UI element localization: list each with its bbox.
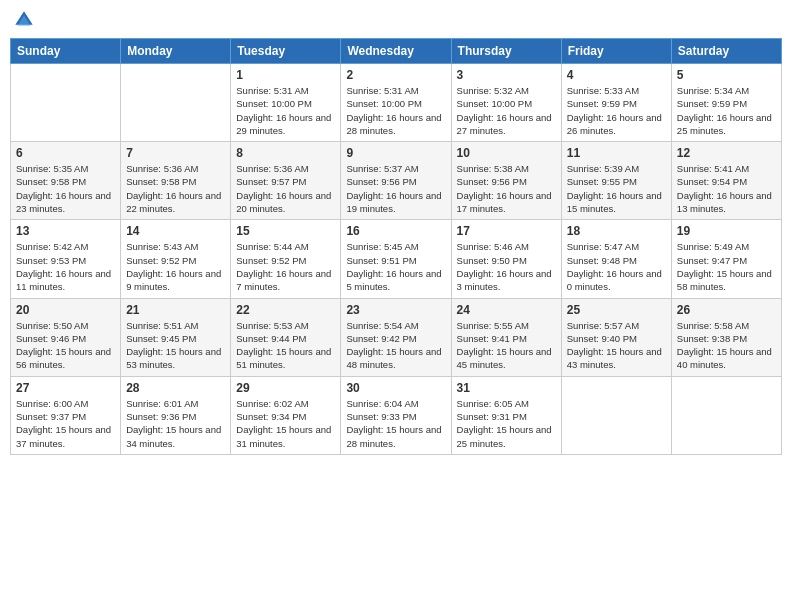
day-content: Sunrise: 5:51 AM Sunset: 9:45 PM Dayligh… (126, 319, 225, 372)
logo (14, 10, 36, 30)
calendar-cell: 16Sunrise: 5:45 AM Sunset: 9:51 PM Dayli… (341, 220, 451, 298)
calendar-cell: 26Sunrise: 5:58 AM Sunset: 9:38 PM Dayli… (671, 298, 781, 376)
day-content: Sunrise: 5:41 AM Sunset: 9:54 PM Dayligh… (677, 162, 776, 215)
day-content: Sunrise: 5:35 AM Sunset: 9:58 PM Dayligh… (16, 162, 115, 215)
weekday-header-row: SundayMondayTuesdayWednesdayThursdayFrid… (11, 39, 782, 64)
day-content: Sunrise: 5:31 AM Sunset: 10:00 PM Daylig… (236, 84, 335, 137)
weekday-header-thursday: Thursday (451, 39, 561, 64)
calendar-cell: 4Sunrise: 5:33 AM Sunset: 9:59 PM Daylig… (561, 64, 671, 142)
day-number: 29 (236, 381, 335, 395)
calendar-cell: 30Sunrise: 6:04 AM Sunset: 9:33 PM Dayli… (341, 376, 451, 454)
day-number: 13 (16, 224, 115, 238)
day-content: Sunrise: 5:55 AM Sunset: 9:41 PM Dayligh… (457, 319, 556, 372)
calendar-cell: 19Sunrise: 5:49 AM Sunset: 9:47 PM Dayli… (671, 220, 781, 298)
calendar-cell: 12Sunrise: 5:41 AM Sunset: 9:54 PM Dayli… (671, 142, 781, 220)
day-content: Sunrise: 5:58 AM Sunset: 9:38 PM Dayligh… (677, 319, 776, 372)
calendar-cell (121, 64, 231, 142)
day-number: 20 (16, 303, 115, 317)
day-number: 27 (16, 381, 115, 395)
day-number: 15 (236, 224, 335, 238)
week-row-4: 20Sunrise: 5:50 AM Sunset: 9:46 PM Dayli… (11, 298, 782, 376)
calendar: SundayMondayTuesdayWednesdayThursdayFrid… (10, 38, 782, 455)
day-number: 31 (457, 381, 556, 395)
day-number: 1 (236, 68, 335, 82)
calendar-cell: 24Sunrise: 5:55 AM Sunset: 9:41 PM Dayli… (451, 298, 561, 376)
calendar-cell (561, 376, 671, 454)
calendar-cell (671, 376, 781, 454)
day-content: Sunrise: 5:38 AM Sunset: 9:56 PM Dayligh… (457, 162, 556, 215)
day-content: Sunrise: 6:00 AM Sunset: 9:37 PM Dayligh… (16, 397, 115, 450)
calendar-cell: 27Sunrise: 6:00 AM Sunset: 9:37 PM Dayli… (11, 376, 121, 454)
day-content: Sunrise: 5:33 AM Sunset: 9:59 PM Dayligh… (567, 84, 666, 137)
calendar-cell: 28Sunrise: 6:01 AM Sunset: 9:36 PM Dayli… (121, 376, 231, 454)
day-number: 18 (567, 224, 666, 238)
weekday-header-friday: Friday (561, 39, 671, 64)
calendar-cell: 15Sunrise: 5:44 AM Sunset: 9:52 PM Dayli… (231, 220, 341, 298)
day-content: Sunrise: 6:05 AM Sunset: 9:31 PM Dayligh… (457, 397, 556, 450)
calendar-cell: 9Sunrise: 5:37 AM Sunset: 9:56 PM Daylig… (341, 142, 451, 220)
calendar-cell: 20Sunrise: 5:50 AM Sunset: 9:46 PM Dayli… (11, 298, 121, 376)
calendar-cell: 8Sunrise: 5:36 AM Sunset: 9:57 PM Daylig… (231, 142, 341, 220)
day-number: 10 (457, 146, 556, 160)
week-row-2: 6Sunrise: 5:35 AM Sunset: 9:58 PM Daylig… (11, 142, 782, 220)
calendar-cell: 13Sunrise: 5:42 AM Sunset: 9:53 PM Dayli… (11, 220, 121, 298)
calendar-cell: 14Sunrise: 5:43 AM Sunset: 9:52 PM Dayli… (121, 220, 231, 298)
calendar-cell: 11Sunrise: 5:39 AM Sunset: 9:55 PM Dayli… (561, 142, 671, 220)
day-content: Sunrise: 5:50 AM Sunset: 9:46 PM Dayligh… (16, 319, 115, 372)
week-row-5: 27Sunrise: 6:00 AM Sunset: 9:37 PM Dayli… (11, 376, 782, 454)
day-content: Sunrise: 6:02 AM Sunset: 9:34 PM Dayligh… (236, 397, 335, 450)
day-number: 21 (126, 303, 225, 317)
calendar-cell: 18Sunrise: 5:47 AM Sunset: 9:48 PM Dayli… (561, 220, 671, 298)
calendar-cell: 21Sunrise: 5:51 AM Sunset: 9:45 PM Dayli… (121, 298, 231, 376)
calendar-cell: 25Sunrise: 5:57 AM Sunset: 9:40 PM Dayli… (561, 298, 671, 376)
day-content: Sunrise: 6:01 AM Sunset: 9:36 PM Dayligh… (126, 397, 225, 450)
day-number: 7 (126, 146, 225, 160)
day-content: Sunrise: 5:34 AM Sunset: 9:59 PM Dayligh… (677, 84, 776, 137)
calendar-cell (11, 64, 121, 142)
calendar-cell: 17Sunrise: 5:46 AM Sunset: 9:50 PM Dayli… (451, 220, 561, 298)
calendar-cell: 5Sunrise: 5:34 AM Sunset: 9:59 PM Daylig… (671, 64, 781, 142)
day-content: Sunrise: 6:04 AM Sunset: 9:33 PM Dayligh… (346, 397, 445, 450)
weekday-header-tuesday: Tuesday (231, 39, 341, 64)
day-content: Sunrise: 5:57 AM Sunset: 9:40 PM Dayligh… (567, 319, 666, 372)
calendar-cell: 3Sunrise: 5:32 AM Sunset: 10:00 PM Dayli… (451, 64, 561, 142)
day-number: 2 (346, 68, 445, 82)
day-number: 30 (346, 381, 445, 395)
day-number: 9 (346, 146, 445, 160)
day-number: 17 (457, 224, 556, 238)
weekday-header-sunday: Sunday (11, 39, 121, 64)
day-number: 16 (346, 224, 445, 238)
calendar-cell: 1Sunrise: 5:31 AM Sunset: 10:00 PM Dayli… (231, 64, 341, 142)
logo-icon (14, 10, 34, 30)
weekday-header-wednesday: Wednesday (341, 39, 451, 64)
day-content: Sunrise: 5:45 AM Sunset: 9:51 PM Dayligh… (346, 240, 445, 293)
day-number: 28 (126, 381, 225, 395)
day-number: 24 (457, 303, 556, 317)
day-number: 14 (126, 224, 225, 238)
day-content: Sunrise: 5:36 AM Sunset: 9:58 PM Dayligh… (126, 162, 225, 215)
day-number: 26 (677, 303, 776, 317)
day-number: 11 (567, 146, 666, 160)
day-content: Sunrise: 5:43 AM Sunset: 9:52 PM Dayligh… (126, 240, 225, 293)
day-content: Sunrise: 5:36 AM Sunset: 9:57 PM Dayligh… (236, 162, 335, 215)
day-content: Sunrise: 5:53 AM Sunset: 9:44 PM Dayligh… (236, 319, 335, 372)
day-number: 12 (677, 146, 776, 160)
day-content: Sunrise: 5:54 AM Sunset: 9:42 PM Dayligh… (346, 319, 445, 372)
calendar-cell: 2Sunrise: 5:31 AM Sunset: 10:00 PM Dayli… (341, 64, 451, 142)
day-content: Sunrise: 5:47 AM Sunset: 9:48 PM Dayligh… (567, 240, 666, 293)
day-number: 5 (677, 68, 776, 82)
calendar-cell: 7Sunrise: 5:36 AM Sunset: 9:58 PM Daylig… (121, 142, 231, 220)
day-number: 8 (236, 146, 335, 160)
day-number: 25 (567, 303, 666, 317)
day-content: Sunrise: 5:42 AM Sunset: 9:53 PM Dayligh… (16, 240, 115, 293)
calendar-cell: 22Sunrise: 5:53 AM Sunset: 9:44 PM Dayli… (231, 298, 341, 376)
day-number: 23 (346, 303, 445, 317)
calendar-cell: 29Sunrise: 6:02 AM Sunset: 9:34 PM Dayli… (231, 376, 341, 454)
calendar-cell: 6Sunrise: 5:35 AM Sunset: 9:58 PM Daylig… (11, 142, 121, 220)
day-content: Sunrise: 5:32 AM Sunset: 10:00 PM Daylig… (457, 84, 556, 137)
day-number: 22 (236, 303, 335, 317)
day-content: Sunrise: 5:44 AM Sunset: 9:52 PM Dayligh… (236, 240, 335, 293)
day-content: Sunrise: 5:39 AM Sunset: 9:55 PM Dayligh… (567, 162, 666, 215)
day-number: 3 (457, 68, 556, 82)
day-content: Sunrise: 5:49 AM Sunset: 9:47 PM Dayligh… (677, 240, 776, 293)
